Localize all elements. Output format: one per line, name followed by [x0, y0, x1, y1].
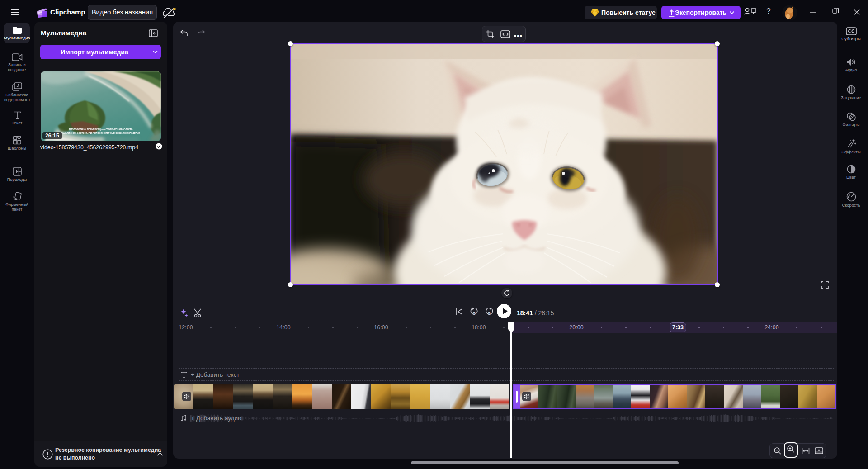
svg-text:НА БЛИЖНЕМ ВОСТОКЕ, ГДЕ ЧЕЛОВЕ: НА БЛИЖНЕМ ВОСТОКЕ, ГДЕ ЧЕЛОВЕК ВПЕРВЫЕ … — [61, 132, 140, 134]
svg-text:5: 5 — [488, 311, 491, 316]
svg-text:ПЛОДОРОДНЫЙ ПОЛУМЕСЯЦ — ИСТОРИ: ПЛОДОРОДНЫЙ ПОЛУМЕСЯЦ — ИСТОРИЧЕСКАЯ ОБЛ… — [69, 128, 133, 131]
svg-text:5: 5 — [473, 311, 476, 316]
